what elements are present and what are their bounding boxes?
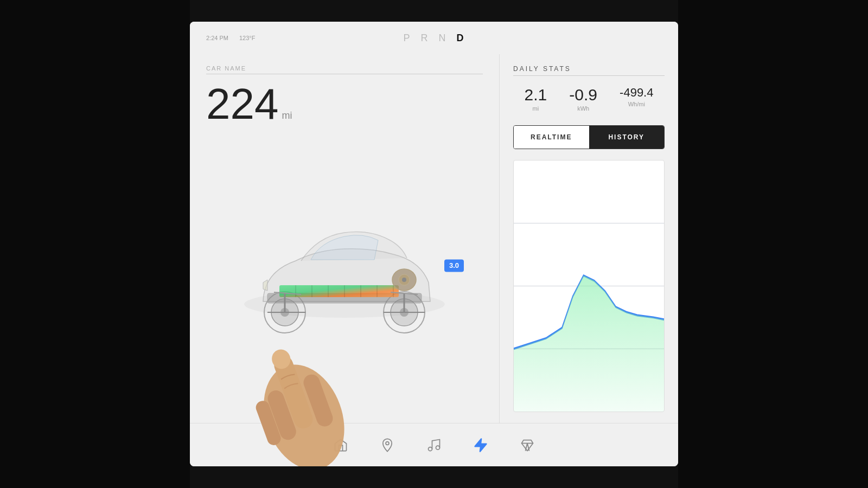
nav-settings[interactable] [518, 435, 537, 455]
nav-location[interactable] [378, 435, 397, 455]
gear-D[interactable]: D [457, 33, 465, 44]
stat-miles-value: 2.1 [525, 87, 547, 103]
gear-N[interactable]: N [439, 33, 447, 44]
energy-chart [513, 160, 665, 412]
stat-kwh-unit: kWh [569, 105, 597, 112]
daily-stats-title: DAILY STATS [513, 65, 665, 73]
mileage-unit: mi [282, 110, 292, 121]
stat-kwh-value: -0.9 [569, 87, 597, 103]
realtime-history-toggle[interactable]: REALTIME HISTORY [513, 125, 665, 149]
stat-kwh: -0.9 kWh [569, 87, 597, 112]
nav-energy[interactable] [471, 435, 490, 455]
battery-level-badge: 3.0 [444, 259, 464, 272]
stat-miles-unit: mi [525, 105, 547, 112]
bg-left [0, 0, 190, 488]
stat-miles: 2.1 mi [525, 87, 547, 112]
car-name-label: CAR NAME [206, 65, 483, 72]
mileage-display: 224 mi [206, 82, 483, 126]
car-image-container: 3.0 [206, 131, 483, 412]
top-status: 2:24 PM 123°F [206, 35, 255, 41]
stat-whmi: -499.4 Wh/mi [620, 87, 653, 112]
settings-icon [520, 438, 535, 453]
gear-R[interactable]: R [421, 33, 429, 44]
top-bar: 2:24 PM 123°F P R N D [190, 22, 678, 54]
svg-point-18 [402, 278, 406, 282]
main-screen: 2:24 PM 123°F P R N D CAR NAME 224 mi [190, 22, 678, 466]
main-content: CAR NAME 224 mi [190, 54, 678, 423]
chart-svg [514, 160, 664, 412]
car-svg-wrapper: 3.0 [231, 190, 458, 353]
stat-whmi-unit: Wh/mi [620, 101, 653, 107]
svg-point-28 [386, 441, 389, 445]
stats-divider [513, 75, 665, 76]
mileage-value: 224 [206, 82, 278, 126]
location-icon [380, 438, 395, 453]
status-temp: 123°F [239, 35, 255, 41]
car-name-divider [206, 74, 483, 74]
stats-row: 2.1 mi -0.9 kWh -499.4 Wh/mi [513, 87, 665, 112]
car-illustration [231, 190, 458, 353]
prnd-selector[interactable]: P R N D [403, 33, 464, 44]
bg-right [678, 0, 868, 488]
bottom-nav [190, 423, 678, 466]
svg-point-30 [436, 446, 440, 450]
nav-home[interactable] [331, 435, 350, 455]
svg-point-29 [429, 447, 432, 451]
gear-P[interactable]: P [403, 33, 411, 44]
app-wrapper: 2:24 PM 123°F P R N D CAR NAME 224 mi [0, 0, 868, 488]
svg-rect-8 [279, 285, 399, 297]
stat-whmi-value: -499.4 [620, 87, 653, 99]
history-button[interactable]: HISTORY [589, 126, 665, 149]
energy-icon [473, 438, 488, 453]
status-time: 2:24 PM [206, 35, 228, 41]
right-panel: DAILY STATS 2.1 mi -0.9 kWh -499.4 Wh/mi [499, 54, 678, 423]
home-icon [333, 438, 348, 453]
music-icon [426, 438, 442, 453]
left-panel: CAR NAME 224 mi [190, 54, 499, 423]
realtime-button[interactable]: REALTIME [514, 126, 589, 149]
nav-music[interactable] [424, 435, 444, 455]
